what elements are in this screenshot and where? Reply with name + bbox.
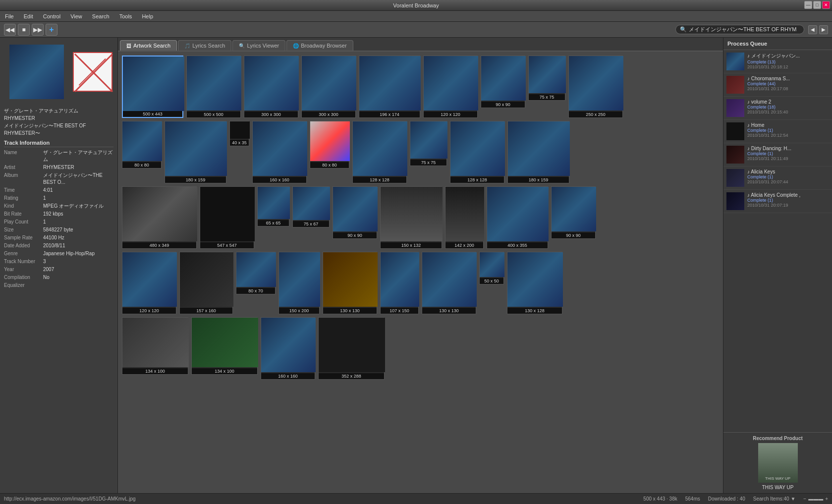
info-value: 5848227 byte xyxy=(43,226,73,233)
minimize-button[interactable]: — xyxy=(804,1,812,9)
zoom-slider[interactable]: ▬▬▬ xyxy=(808,496,823,502)
thumb-item[interactable]: 150 x 200 xyxy=(278,252,320,314)
thumb-img xyxy=(529,56,566,93)
thumb-item[interactable]: 547 x 547 xyxy=(200,186,254,249)
pq-status: Complete (44) xyxy=(747,81,829,86)
thumb-item[interactable]: 65 x 65 xyxy=(257,186,289,226)
tab-lyrics[interactable]: 🎵Lyrics Search xyxy=(178,40,231,51)
thumb-item[interactable]: 40 x 35 xyxy=(229,121,249,146)
tab-artwork[interactable]: 🖼Artwork Search xyxy=(120,40,177,51)
thumb-item[interactable]: 150 x 132 xyxy=(380,186,442,249)
info-value: 1 xyxy=(43,195,46,202)
pq-item[interactable]: ♪ Alicia Keys Complete , Complete (1) 20… xyxy=(723,190,832,213)
thumb-item[interactable]: 300 x 300 xyxy=(244,56,298,118)
recommend-product: Recommend Product THIS WAY UP THIS WAY U… xyxy=(723,432,832,493)
menubar-item-control[interactable]: Control xyxy=(40,12,63,20)
thumb-label: 250 x 250 xyxy=(569,112,622,117)
stop-button[interactable]: ■ xyxy=(18,24,30,36)
pq-thumb xyxy=(726,99,744,117)
pq-item[interactable]: ♪ Home Complete (1) 2010/10/31 20:12:54 xyxy=(723,120,832,143)
pq-item[interactable]: ♪ Dirty Dancing: H... Complete (1) 2010/… xyxy=(723,143,832,167)
info-row: Track Number3 xyxy=(4,258,113,265)
menubar-item-view[interactable]: View xyxy=(67,12,85,20)
thumb-label: 80 x 80 xyxy=(122,162,161,168)
thumb-item[interactable]: 50 x 50 xyxy=(479,252,504,284)
thumb-item[interactable]: 352 x 288 xyxy=(318,317,385,380)
thumb-item[interactable]: 107 x 150 xyxy=(380,252,419,314)
next-button[interactable]: ▶▶ xyxy=(32,24,44,36)
thumb-item[interactable]: 120 x 120 xyxy=(423,56,478,118)
maximize-button[interactable]: □ xyxy=(813,1,821,9)
pq-item[interactable]: ♪ Alicia Keys Complete (1) 2010/10/31 20… xyxy=(723,167,832,190)
thumb-item[interactable]: 90 x 90 xyxy=(481,56,525,108)
thumb-img xyxy=(122,318,189,367)
thumb-item[interactable]: 134 x 100 xyxy=(122,317,188,375)
thumb-item[interactable]: 157 x 160 xyxy=(179,252,233,314)
zoom-in-button[interactable]: + xyxy=(825,496,828,502)
close-button[interactable]: ✕ xyxy=(822,1,830,9)
thumb-item[interactable]: 75 x 75 xyxy=(410,121,447,166)
thumb-item[interactable]: 90 x 90 xyxy=(333,186,377,239)
thumb-item[interactable]: 160 x 160 xyxy=(252,121,307,183)
pq-item[interactable]: ♪ Choromanma S... Complete (44) 2010/10/… xyxy=(723,73,832,97)
thumb-img xyxy=(236,252,276,287)
menubar-item-help[interactable]: Help xyxy=(139,12,156,20)
info-value: ザ・グレート・アマチュアリズム xyxy=(43,149,113,163)
info-rows: Nameザ・グレート・アマチュアリズムArtistRHYMESTERAlbumメ… xyxy=(4,149,113,289)
grid-row: 480 x 349547 x 54765 x 6575 x 6790 x 901… xyxy=(122,186,719,249)
prev-button[interactable]: ◀◀ xyxy=(4,24,16,36)
thumb-img xyxy=(424,56,478,111)
menubar-item-edit[interactable]: Edit xyxy=(21,12,36,20)
info-row: ArtistRHYMESTER xyxy=(4,164,113,171)
thumb-item[interactable]: 180 x 159 xyxy=(165,121,226,183)
thumb-item[interactable]: 75 x 75 xyxy=(528,56,565,101)
add-button[interactable]: + xyxy=(46,24,57,36)
thumb-item[interactable]: 196 x 174 xyxy=(359,56,420,118)
thumb-img xyxy=(450,121,505,176)
thumb-item[interactable]: 130 x 130 xyxy=(323,252,377,314)
main-area: ザ・グレート・アマチュアリズム RHYMESTER メイドインジャパン〜THE … xyxy=(0,38,832,493)
pq-date: 2010/10/31 20:17:08 xyxy=(747,86,829,91)
thumb-item[interactable]: 120 x 120 xyxy=(122,252,176,314)
thumb-item[interactable]: 480 x 349 xyxy=(122,186,197,249)
thumb-item[interactable]: 500 x 443 xyxy=(122,56,183,118)
thumb-img xyxy=(192,318,258,367)
thumb-item[interactable]: 75 x 67 xyxy=(292,186,330,227)
nav-prev-icon[interactable]: ◀ xyxy=(808,25,817,34)
tab-browser[interactable]: 🌐Broadway Browser xyxy=(286,40,353,51)
thumb-item[interactable]: 160 x 160 xyxy=(261,317,315,380)
thumb-item[interactable]: 500 x 500 xyxy=(186,56,241,118)
thumb-img xyxy=(445,187,484,241)
zoom-out-button[interactable]: − xyxy=(803,496,806,502)
thumb-label: 120 x 120 xyxy=(424,112,477,117)
status-downloaded: Downloaded : 40 xyxy=(708,496,745,502)
thumb-item[interactable]: 142 x 200 xyxy=(445,186,484,249)
thumb-label: 107 x 150 xyxy=(381,308,418,314)
thumb-item[interactable]: 180 x 159 xyxy=(507,121,569,183)
thumb-item[interactable]: 128 x 128 xyxy=(450,121,504,183)
thumb-img xyxy=(487,187,549,241)
thumb-item[interactable]: 300 x 300 xyxy=(301,56,356,118)
thumb-item[interactable]: 130 x 128 xyxy=(507,252,562,314)
thumb-item[interactable]: 80 x 70 xyxy=(236,252,276,294)
nav-next-icon[interactable]: ▶ xyxy=(819,25,828,34)
pq-item[interactable]: ♪ メイドインジャパン... Complete (13) 2010/10/31 … xyxy=(723,50,832,73)
thumb-item[interactable]: 80 x 80 xyxy=(310,121,349,168)
thumb-item[interactable]: 80 x 80 xyxy=(122,121,162,168)
thumb-item[interactable]: 400 x 355 xyxy=(487,186,548,249)
thumb-item[interactable]: 250 x 250 xyxy=(568,56,623,118)
menubar-item-file[interactable]: File xyxy=(2,12,17,20)
search-input[interactable] xyxy=(689,27,798,33)
menubar-item-tools[interactable]: Tools xyxy=(116,12,135,20)
pq-info: ♪ Dirty Dancing: H... Complete (1) 2010/… xyxy=(747,146,829,164)
thumb-item[interactable]: 128 x 128 xyxy=(352,121,407,183)
tab-viewer[interactable]: 🔍Lyrics Viewer xyxy=(232,40,285,51)
search-bar: 🔍 xyxy=(675,25,804,34)
thumb-item[interactable]: 134 x 100 xyxy=(191,317,258,375)
thumb-item[interactable]: 90 x 90 xyxy=(551,186,596,239)
thumb-item[interactable]: 130 x 130 xyxy=(422,252,476,314)
info-value: 1 xyxy=(43,219,46,225)
recommend-image: THIS WAY UP xyxy=(758,443,798,483)
pq-item[interactable]: ♪ volume 2 Complete (18) 2010/10/31 20:1… xyxy=(723,97,832,120)
menubar-item-search[interactable]: Search xyxy=(89,12,112,20)
